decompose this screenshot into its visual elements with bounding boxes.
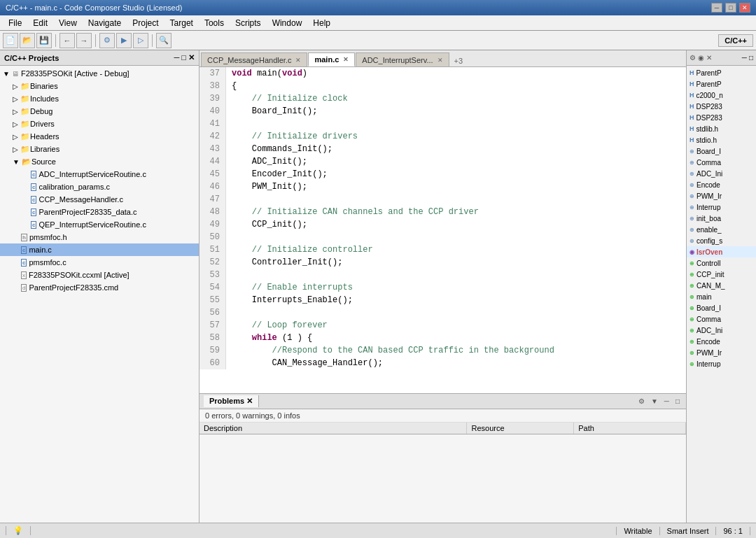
tb-debug-button[interactable]: ▶ xyxy=(116,33,132,48)
tb-forward-button[interactable]: → xyxy=(76,33,92,48)
tree-item-cal-params[interactable]: c calibration_params.c xyxy=(0,180,199,193)
menu-target[interactable]: Target xyxy=(164,17,199,29)
outline-icon-1[interactable]: ⚙ xyxy=(690,54,696,62)
tab-adc-close[interactable]: ✕ xyxy=(438,57,443,64)
tree-item-ccxml[interactable]: x F28335PSOKit.ccxml [Active] xyxy=(0,269,199,281)
tree-item-headers[interactable]: ▷ 📁 Headers xyxy=(0,130,199,143)
outline-item-encode2[interactable]: ⊕ Encode xyxy=(687,336,756,347)
menu-tools[interactable]: Tools xyxy=(199,17,230,29)
outline-item-parentp1[interactable]: H ParentP xyxy=(687,67,756,78)
menu-help[interactable]: Help xyxy=(307,17,336,29)
prob-settings-icon[interactable]: ⚙ xyxy=(636,397,647,406)
tab-main-close[interactable]: ✕ xyxy=(343,56,349,63)
tree-item-project[interactable]: ▼ 🖥 F28335PSOKit [Active - Debug] xyxy=(0,67,199,80)
outline-icon-3[interactable]: ✕ xyxy=(706,54,712,62)
outline-item-comma[interactable]: ⊕ Comma xyxy=(687,157,756,168)
outline-item-init-boa[interactable]: ⊕ init_boa xyxy=(687,213,756,224)
outline-item-stdlib[interactable]: H stdlib.h xyxy=(687,123,756,134)
status-left: 💡 xyxy=(6,526,31,535)
close-button[interactable]: ✕ xyxy=(739,3,750,13)
outline-item-interrup2[interactable]: ⊕ Interrup xyxy=(687,358,756,369)
outline-item-board-i[interactable]: ⊕ Board_I xyxy=(687,146,756,157)
tree-item-drivers[interactable]: ▷ 📁 Drivers xyxy=(0,118,199,130)
tb-build-button[interactable]: ⚙ xyxy=(99,33,115,48)
outline-item-board-i2[interactable]: ⊕ Board_I xyxy=(687,302,756,313)
toolbar: 📄 📂 💾 ← → ⚙ ▶ ▷ 🔍 C/C++ xyxy=(0,31,756,50)
tree-item-ccp-handler[interactable]: c CCP_MessageHandler.c xyxy=(0,193,199,206)
menu-file[interactable]: File xyxy=(3,17,27,29)
tree-item-qep-isr[interactable]: c QEP_InterruptServiceRoutine.c xyxy=(0,218,199,231)
outline-item-adc-ini[interactable]: ⊕ ADC_Ini xyxy=(687,168,756,179)
outline-label-isrover: IsrOven xyxy=(696,248,722,256)
tree-item-binaries[interactable]: ▷ 📁 Binaries xyxy=(0,80,199,92)
outline-item-encode[interactable]: ⊕ Encode xyxy=(687,179,756,190)
tb-back-button[interactable]: ← xyxy=(59,33,75,48)
tree-item-debug[interactable]: ▷ 📁 Debug xyxy=(0,105,199,118)
col-description[interactable]: Description xyxy=(200,423,467,434)
outline-item-isrover[interactable]: ◉ IsrOven xyxy=(687,246,756,257)
perspective-label[interactable]: C/C++ xyxy=(718,34,753,47)
menu-scripts[interactable]: Scripts xyxy=(230,17,267,29)
outline-item-main[interactable]: ⊕ main xyxy=(687,291,756,302)
outline-item-comma2[interactable]: ⊕ Comma xyxy=(687,313,756,325)
tree-item-cmd[interactable]: d ParentProjectF28335.cmd xyxy=(0,281,199,294)
menu-project[interactable]: Project xyxy=(127,17,164,29)
maximize-button[interactable]: □ xyxy=(725,3,736,13)
debug-label: Debug xyxy=(30,107,52,115)
outline-label-can-m: CAN_M_ xyxy=(696,282,725,290)
outline-item-can-m[interactable]: ⊕ CAN_M_ xyxy=(687,280,756,291)
tree-item-includes[interactable]: ▷ 📁 Includes xyxy=(0,92,199,105)
outline-item-c2000[interactable]: H c2000_n xyxy=(687,90,756,101)
outline-item-interrup[interactable]: ⊕ Interrup xyxy=(687,201,756,213)
menu-view[interactable]: View xyxy=(53,17,83,29)
tree-item-pmsmfoc-h[interactable]: h pmsmfoc.h xyxy=(0,231,199,243)
tb-run-button[interactable]: ▷ xyxy=(133,33,148,48)
outline-item-stdio[interactable]: H stdio.h xyxy=(687,134,756,146)
tree-item-main-c[interactable]: c main.c xyxy=(0,243,199,256)
tree-item-parent-data[interactable]: c ParentProjectF28335_data.c xyxy=(0,206,199,218)
menu-navigate[interactable]: Navigate xyxy=(83,17,127,29)
tab-ccp-messagehandler[interactable]: CCP_MessageHandler.c ✕ xyxy=(201,52,307,66)
tab-adc-isr[interactable]: ADC_InterruptServ... ✕ xyxy=(356,52,449,66)
col-resource[interactable]: Resource xyxy=(467,423,574,434)
tab-ccp-close[interactable]: ✕ xyxy=(295,57,301,64)
outline-min[interactable]: ─ xyxy=(742,54,747,62)
tab-main-c[interactable]: main.c ✕ xyxy=(308,52,355,66)
prob-maximize-icon[interactable]: □ xyxy=(673,397,682,406)
minimize-button[interactable]: ─ xyxy=(711,3,722,13)
outline-item-dsp2[interactable]: H DSP283 xyxy=(687,112,756,123)
outline-item-parentp2[interactable]: H ParentP xyxy=(687,78,756,90)
tab-overflow[interactable]: +3 xyxy=(450,55,468,66)
prob-minimize-icon[interactable]: ─ xyxy=(662,397,671,406)
tree-item-pmsmfoc-c[interactable]: c pmsmfoc.c xyxy=(0,256,199,269)
problems-tab[interactable]: Problems ✕ xyxy=(204,395,259,407)
outline-item-ccp-init[interactable]: ⊕ CCP_init xyxy=(687,269,756,280)
tb-search-button[interactable]: 🔍 xyxy=(156,33,172,48)
outline-label-enable: enable_ xyxy=(696,226,722,234)
tb-new-button[interactable]: 📄 xyxy=(3,33,18,48)
menu-window[interactable]: Window xyxy=(267,17,308,29)
left-panel-minimize[interactable]: ─ xyxy=(174,53,180,62)
tree-item-libraries[interactable]: ▷ 📁 Libraries xyxy=(0,143,199,155)
outline-item-dsp1[interactable]: H DSP283 xyxy=(687,101,756,112)
outline-item-pwm-ir2[interactable]: ⊕ PWM_Ir xyxy=(687,347,756,358)
tree-item-source[interactable]: ▼ 📂 Source xyxy=(0,155,199,168)
fn-icon: ⊕ xyxy=(690,204,694,211)
left-panel-close[interactable]: ✕ xyxy=(188,53,195,62)
left-panel-maximize[interactable]: □ xyxy=(181,53,186,62)
outline-item-adc-ini2[interactable]: ⊕ ADC_Ini xyxy=(687,325,756,336)
tb-save-button[interactable]: 💾 xyxy=(36,33,52,48)
outline-max[interactable]: □ xyxy=(749,54,753,62)
outline-item-pwm-ir[interactable]: ⊕ PWM_Ir xyxy=(687,190,756,201)
code-scroll[interactable]: 37 38 39 40 41 42 43 44 45 46 47 48 49 5… xyxy=(200,67,686,393)
col-path[interactable]: Path xyxy=(574,423,686,434)
code-lines[interactable]: void main(void) { // Initialize clock Bo… xyxy=(226,67,686,369)
tb-open-button[interactable]: 📂 xyxy=(20,33,35,48)
menu-edit[interactable]: Edit xyxy=(27,17,53,29)
outline-icon-2[interactable]: ◉ xyxy=(698,54,704,62)
outline-item-controll[interactable]: ⊕ Controll xyxy=(687,257,756,269)
outline-item-config-s[interactable]: ⊕ config_s xyxy=(687,235,756,246)
outline-item-enable[interactable]: ⊕ enable_ xyxy=(687,224,756,235)
prob-filter-icon[interactable]: ▼ xyxy=(649,397,660,406)
tree-item-adc-isr[interactable]: c ADC_InterruptServiceRoutine.c xyxy=(0,168,199,180)
